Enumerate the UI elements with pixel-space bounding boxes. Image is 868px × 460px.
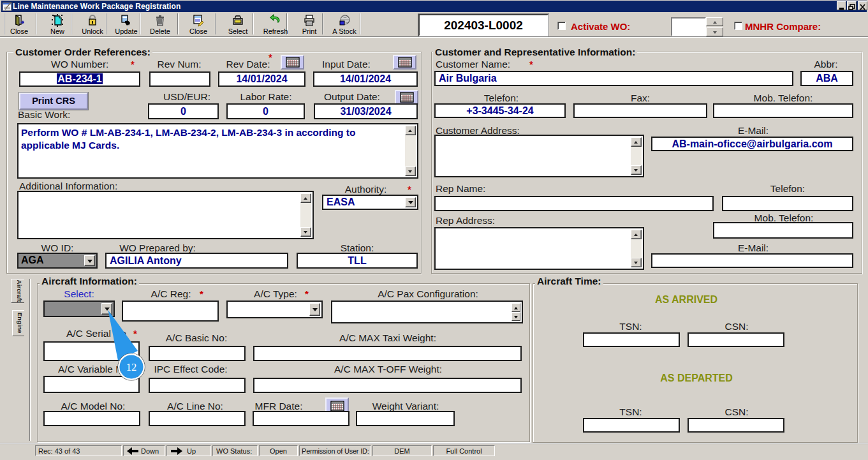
svg-text:Engine: Engine (17, 313, 24, 334)
svg-text:12: 12 (126, 361, 137, 373)
svg-text:Aircraft: Aircraft (16, 280, 23, 303)
